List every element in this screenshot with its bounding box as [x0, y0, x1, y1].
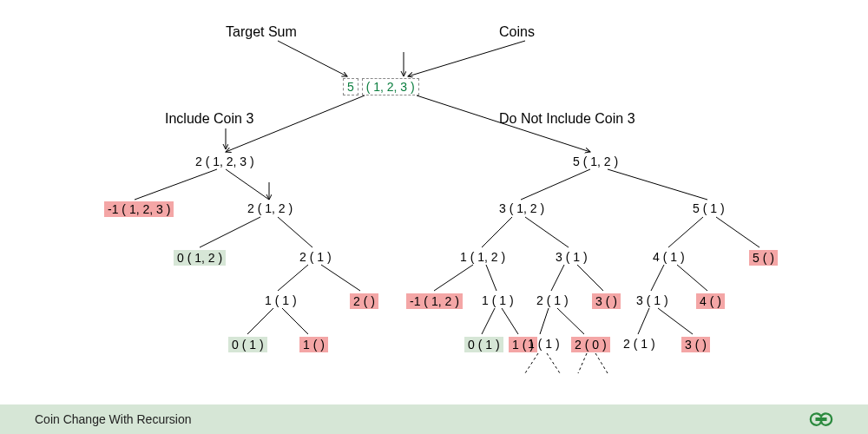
node-0-1b: 0 ( 1 )	[464, 337, 503, 352]
svg-line-14	[525, 217, 569, 247]
node-4-1: 4 ( 1 )	[653, 250, 685, 264]
svg-line-16	[716, 217, 760, 247]
footer-title: Coin Change With Recursion	[35, 412, 192, 426]
svg-line-18	[321, 265, 360, 291]
node-3-empty-b: 3 ( )	[681, 337, 710, 352]
svg-line-19	[434, 265, 473, 291]
svg-line-9	[521, 169, 590, 200]
gfg-logo-icon	[809, 411, 833, 427]
svg-line-7	[226, 169, 269, 200]
node-2-123: 2 ( 1, 2, 3 )	[195, 155, 254, 168]
svg-line-26	[282, 308, 308, 334]
node-1-1b: 1 ( 1 )	[482, 293, 514, 307]
svg-line-20	[486, 265, 496, 291]
node-2-empty: 2 ( )	[350, 293, 378, 309]
node-0-1: 0 ( 1 )	[228, 337, 267, 352]
svg-line-22	[577, 265, 603, 291]
svg-line-25	[247, 308, 273, 334]
node-3-1: 3 ( 1 )	[556, 250, 588, 264]
node-2-1c: 2 ( 1 )	[623, 337, 655, 351]
node-2-12: 2 ( 1, 2 )	[247, 201, 293, 215]
node-1-12: 1 ( 1, 2 )	[460, 250, 505, 264]
svg-line-11	[200, 217, 260, 247]
coins-label: Coins	[499, 24, 535, 40]
svg-line-24	[677, 265, 707, 291]
node-5-1: 5 ( 1 )	[693, 201, 725, 215]
node-0-12: 0 ( 1, 2 )	[174, 250, 226, 266]
include-label: Include Coin 3	[165, 111, 253, 127]
svg-line-36	[595, 353, 608, 373]
svg-line-28	[502, 308, 518, 334]
svg-line-21	[551, 265, 564, 291]
svg-line-13	[482, 217, 512, 247]
node-neg1-12: -1 ( 1, 2 )	[406, 293, 463, 309]
svg-line-1	[408, 41, 525, 76]
node-1-empty: 1 ( )	[299, 337, 328, 352]
svg-line-35	[578, 353, 587, 373]
svg-line-30	[557, 308, 584, 334]
svg-line-6	[135, 169, 217, 200]
svg-line-31	[638, 308, 649, 334]
tree-edges	[0, 0, 868, 434]
node-5-empty: 5 ( )	[749, 250, 778, 266]
svg-line-12	[278, 217, 312, 247]
node-3-empty: 3 ( )	[592, 293, 621, 309]
svg-line-34	[547, 353, 560, 373]
root-node: 5 ( 1, 2, 3 )	[343, 78, 419, 95]
node-1-1c: 1 ( 1 )	[528, 337, 560, 351]
node-2-0: 2 ( 0 )	[571, 337, 610, 352]
svg-line-23	[651, 265, 664, 291]
node-5-12: 5 ( 1, 2 )	[573, 155, 618, 168]
root-sum: 5	[343, 78, 358, 95]
svg-line-15	[668, 217, 703, 247]
target-sum-label: Target Sum	[226, 24, 297, 40]
node-2-1: 2 ( 1 )	[299, 250, 332, 264]
node-3-1b: 3 ( 1 )	[636, 293, 668, 307]
svg-line-27	[482, 308, 495, 334]
node-2-1b: 2 ( 1 )	[536, 293, 569, 307]
svg-line-0	[278, 41, 347, 76]
footer-bar: Coin Change With Recursion	[0, 404, 868, 434]
root-coins: ( 1, 2, 3 )	[362, 78, 419, 95]
svg-line-10	[608, 169, 707, 200]
node-4-empty: 4 ( )	[696, 293, 725, 309]
exclude-label: Do Not Include Coin 3	[499, 111, 635, 127]
svg-line-17	[278, 265, 308, 291]
node-1-1: 1 ( 1 )	[265, 293, 297, 307]
svg-line-32	[658, 308, 693, 334]
svg-line-29	[540, 308, 549, 334]
svg-line-33	[525, 353, 538, 373]
node-neg1-123: -1 ( 1, 2, 3 )	[104, 201, 174, 217]
node-3-12: 3 ( 1, 2 )	[499, 201, 544, 215]
